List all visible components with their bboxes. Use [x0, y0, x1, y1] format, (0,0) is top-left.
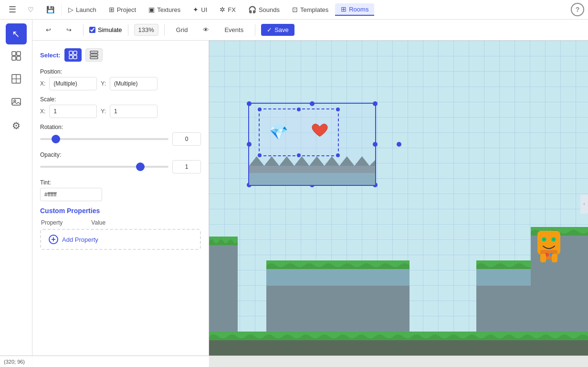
nav-favorites[interactable]: ♡: [22, 4, 40, 15]
topnav: ☰ ♡ 💾 ▷ Launch ⊞ Project ▣ Textures ✦ UI…: [0, 0, 588, 20]
simulate-toggle[interactable]: Simulate: [89, 26, 122, 33]
nav-fx-label: FX: [228, 6, 236, 13]
rooms-icon: ⊞: [341, 5, 346, 13]
position-label: Position:: [40, 68, 201, 75]
zoom-control[interactable]: 133%: [134, 24, 158, 36]
inner-handle-tm[interactable]: [297, 108, 301, 111]
plus-circle-icon: +: [49, 235, 58, 244]
rotation-value-input[interactable]: [172, 132, 201, 146]
heart-sprite: [311, 123, 328, 142]
tool-image[interactable]: [6, 92, 27, 113]
tool-select[interactable]: ↖: [6, 23, 27, 44]
toolbar-separator-3: [164, 24, 165, 36]
nav-rooms[interactable]: ⊞ Rooms: [335, 3, 374, 16]
nav-textures[interactable]: ▣ Textures: [143, 4, 186, 15]
save-icon: 💾: [46, 6, 54, 13]
nav-save[interactable]: 💾: [41, 4, 60, 15]
nav-fx[interactable]: ✲ FX: [214, 4, 242, 15]
toolbar-separator: [83, 24, 84, 36]
scale-label: Scale:: [40, 96, 201, 103]
platform-center-grass: [266, 260, 410, 269]
handle-extra-r[interactable]: [397, 142, 401, 147]
handle-tr[interactable]: [373, 101, 378, 106]
statusbar: (320; 96): [0, 356, 588, 367]
toolbar-separator-4: [255, 24, 255, 36]
handle-tm[interactable]: [310, 101, 315, 106]
left-sidebar: ↖ ⚙: [0, 20, 32, 367]
collapse-panel-button[interactable]: ‹: [580, 194, 588, 214]
rotation-label: Rotation:: [40, 124, 201, 130]
simulate-checkbox[interactable]: [89, 27, 95, 33]
scale-y-input[interactable]: [110, 105, 158, 118]
inner-handle-tr[interactable]: [336, 108, 340, 111]
events-button[interactable]: Events: [219, 24, 249, 36]
nav-launch[interactable]: ▷ Launch: [63, 4, 102, 15]
nav-divider: [61, 4, 62, 15]
scale-y-label: Y:: [101, 108, 106, 115]
eye-button[interactable]: 👁: [197, 24, 215, 36]
select-row: Select:: [40, 48, 201, 62]
inner-handle-tl[interactable]: [258, 108, 262, 111]
toolbar: ↩ ↪ Simulate 133% Grid 👁 Events ✓ Save: [32, 20, 588, 41]
hamburger-menu[interactable]: ☰: [4, 2, 21, 17]
position-group: Position: X: Y:: [40, 68, 201, 90]
custom-props-header: Property Value: [40, 219, 201, 226]
ui-icon: ✦: [193, 6, 199, 13]
tile-selection-inner: 💎: [259, 108, 339, 156]
svg-rect-11: [69, 55, 73, 59]
opacity-slider-container: [40, 162, 168, 172]
tool-settings[interactable]: ⚙: [6, 115, 27, 136]
scale-x-input[interactable]: [49, 105, 97, 118]
opacity-value-input[interactable]: [172, 160, 201, 173]
selection-box: 💎: [248, 103, 376, 186]
add-property-button[interactable]: + Add Property: [40, 229, 201, 250]
rotation-group: Rotation:: [40, 124, 201, 146]
grid-label: Grid: [176, 26, 188, 33]
water-center: [266, 269, 410, 286]
opacity-label: Opacity:: [40, 151, 201, 158]
help-button[interactable]: ?: [571, 3, 584, 16]
property-col-header: Property: [41, 219, 63, 226]
svg-rect-7: [12, 98, 21, 105]
templates-icon: ⊡: [292, 6, 298, 13]
opacity-slider[interactable]: [40, 166, 168, 168]
handle-ml[interactable]: [247, 142, 252, 147]
save-button[interactable]: ✓ Save: [261, 24, 294, 36]
position-fields: X: Y:: [40, 77, 201, 90]
tiles-icon: [11, 74, 21, 86]
nav-templates[interactable]: ⊡ Templates: [286, 4, 334, 15]
character-sprite: [534, 226, 564, 264]
handle-tl[interactable]: [247, 101, 252, 106]
image-icon: [11, 97, 21, 109]
nav-sounds[interactable]: 🎧 Sounds: [242, 4, 285, 15]
svg-point-8: [14, 100, 16, 102]
scale-fields: X: Y:: [40, 105, 201, 118]
pos-y-input[interactable]: [110, 77, 158, 90]
pos-x-input[interactable]: [49, 77, 97, 90]
scale-x-label: X:: [40, 108, 45, 115]
select-mode-a-button[interactable]: [64, 48, 82, 62]
rotation-slider-container: [40, 134, 168, 144]
grid-button[interactable]: Grid: [170, 24, 194, 36]
nav-project[interactable]: ⊞ Project: [103, 4, 142, 15]
select-label: Select:: [40, 52, 61, 59]
coordinates-display: (320; 96): [4, 359, 25, 365]
tool-room[interactable]: [6, 46, 27, 67]
project-icon: ⊞: [109, 6, 115, 13]
undo-button[interactable]: ↩: [40, 24, 57, 36]
svg-rect-10: [74, 51, 77, 54]
select-mode-b-button[interactable]: [85, 48, 103, 62]
redo-button[interactable]: ↪: [61, 24, 77, 36]
opacity-group: Opacity:: [40, 151, 201, 173]
gear-icon: ⚙: [12, 120, 21, 131]
svg-rect-12: [74, 55, 77, 59]
svg-rect-15: [90, 57, 98, 59]
pos-x-label: X:: [40, 80, 45, 87]
handle-mr[interactable]: [373, 142, 378, 147]
canvas-area[interactable]: 💎: [209, 41, 588, 367]
nav-ui[interactable]: ✦ UI: [187, 4, 213, 15]
rotation-slider[interactable]: [40, 138, 168, 140]
tint-input[interactable]: [40, 188, 102, 201]
svg-point-27: [552, 238, 555, 241]
tool-tiles[interactable]: [6, 69, 27, 90]
